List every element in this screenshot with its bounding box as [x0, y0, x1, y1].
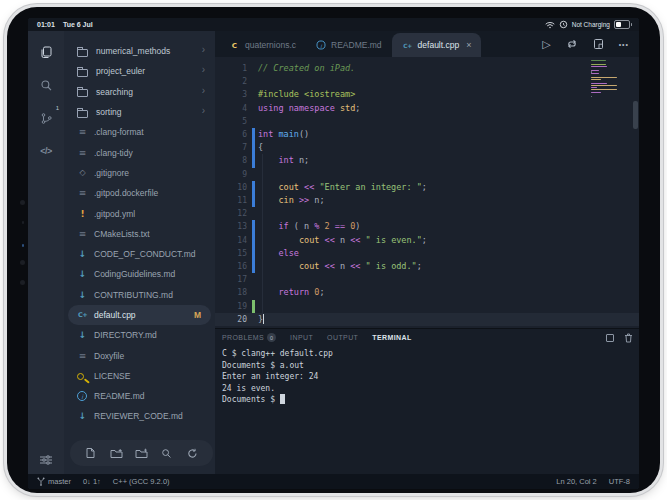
- maximize-panel-icon[interactable]: [606, 334, 614, 342]
- file-row[interactable]: !.gitpod.yml: [64, 203, 215, 223]
- file-row[interactable]: ↓DIRECTORY.md: [64, 325, 215, 345]
- minimap-line: [591, 96, 592, 97]
- list-icon: ≡: [77, 228, 88, 239]
- file-row[interactable]: project_euler›: [64, 61, 215, 81]
- line-number: 15: [215, 247, 247, 260]
- panel-tab-output[interactable]: OUTPUT: [327, 334, 358, 341]
- file-row[interactable]: ≡Doxyfile: [64, 345, 215, 365]
- minimap[interactable]: [589, 60, 625, 100]
- tab-README.md[interactable]: iREADME.md: [306, 33, 392, 57]
- file-row[interactable]: ◇.gitignore: [64, 163, 215, 183]
- search-icon[interactable]: [35, 74, 57, 96]
- file-name: Doxyfile: [94, 351, 124, 361]
- tab-label: quaternions.c: [245, 40, 296, 50]
- folder-icon: [77, 69, 88, 77]
- file-name: .gitignore: [94, 168, 129, 178]
- file-row[interactable]: ↓CODE_OF_CONDUCT.md: [64, 244, 215, 264]
- code-line: 10 cout << "Enter an integer: ";: [215, 181, 639, 194]
- minimap-line: [591, 60, 606, 61]
- battery-icon: [614, 20, 630, 29]
- terminal[interactable]: C $ clang++ default.cppDocuments $ a.out…: [222, 348, 635, 472]
- gutter-modified-indicator: [252, 194, 255, 207]
- panel-header: PROBLEMS0INPUTOUTPUTTERMINAL: [222, 329, 633, 346]
- tab-label: README.md: [331, 40, 382, 50]
- language-label: C++ (GCC 9.2.0): [113, 477, 170, 486]
- git-branch-item[interactable]: master: [37, 477, 71, 486]
- close-tab-icon[interactable]: ×: [466, 40, 471, 50]
- code-line: 15 else: [215, 247, 639, 260]
- cursor-position-item[interactable]: Ln 20, Col 2: [556, 477, 596, 486]
- new-folder-icon[interactable]: [108, 445, 124, 461]
- editor-scrollbar[interactable]: [633, 101, 638, 129]
- search-files-icon[interactable]: [159, 445, 175, 461]
- c-icon: C: [230, 40, 240, 50]
- minimap-line: [591, 92, 601, 93]
- file-name: project_euler: [96, 66, 145, 76]
- code-text: cout << n << " is even.";: [258, 234, 427, 247]
- code-text: using namespace std;: [258, 102, 360, 115]
- settings-sliders-icon[interactable]: [28, 454, 64, 466]
- rotation-lock-icon: [559, 20, 568, 29]
- code-text: cin >> n;: [258, 194, 325, 207]
- file-name: CODE_OF_CONDUCT.md: [94, 249, 196, 259]
- new-file-icon[interactable]: [83, 445, 99, 461]
- source-control-icon[interactable]: 1: [35, 107, 57, 129]
- encoding-item[interactable]: UTF-8: [609, 477, 630, 486]
- file-row[interactable]: ↓REVIEWER_CODE.md: [64, 406, 215, 426]
- file-row[interactable]: ≡.gitpod.dockerfile: [64, 183, 215, 203]
- file-name: .clang-tidy: [94, 148, 133, 158]
- sync-counts: 0↓ 1↑: [83, 477, 101, 486]
- code-runner-icon[interactable]: </>: [35, 140, 57, 162]
- line-number: 17: [215, 273, 247, 286]
- page: 01:01 Tue 6 Jul Not Charging: [0, 0, 667, 500]
- line-col-label: Ln 20, Col 2: [556, 477, 596, 486]
- file-row[interactable]: ≡.clang-format: [64, 122, 215, 142]
- tab-quaternions.c[interactable]: Cquaternions.c: [219, 33, 306, 57]
- more-actions-icon[interactable]: •••: [619, 41, 629, 48]
- minimap-line: [591, 87, 597, 88]
- editor-group: Cquaternions.ciREADME.mdC+default.cpp× ▷: [215, 31, 639, 474]
- file-row[interactable]: iREADME.md: [64, 386, 215, 406]
- panel-tab-input[interactable]: INPUT: [290, 334, 313, 341]
- terminal-line: C $ clang++ default.cpp: [222, 348, 635, 360]
- code-text: {: [258, 141, 263, 154]
- code-editor[interactable]: 1// Created on iPad.23#include <iostream…: [215, 57, 639, 328]
- run-icon[interactable]: ▷: [542, 38, 550, 51]
- file-row[interactable]: numerical_methods›: [64, 41, 215, 61]
- panel-tab-problems[interactable]: PROBLEMS0: [222, 333, 276, 342]
- code-line: 18 return 0;: [215, 286, 639, 299]
- split-editor-icon[interactable]: [593, 38, 604, 50]
- gutter-modified-indicator: [252, 260, 255, 273]
- scm-badge: 1: [56, 105, 59, 111]
- file-row[interactable]: ↓CodingGuidelines.md: [64, 264, 215, 284]
- diamond-icon: ◇: [77, 167, 88, 178]
- md-icon: ↓: [77, 269, 88, 280]
- sync-icon[interactable]: [566, 38, 578, 50]
- file-row[interactable]: ≡.clang-tidy: [64, 142, 215, 162]
- tab-default.cpp[interactable]: C+default.cpp×: [392, 33, 482, 57]
- panel-actions: [606, 333, 633, 343]
- file-name: .gitpod.yml: [94, 209, 135, 219]
- line-number: 10: [215, 181, 247, 194]
- file-row[interactable]: ↓CONTRIBUTING.md: [64, 285, 215, 305]
- panel-tab-terminal[interactable]: TERMINAL: [372, 334, 411, 341]
- code-line: 11 cin >> n;: [215, 194, 639, 207]
- refresh-icon[interactable]: [184, 445, 200, 461]
- file-list: numerical_methods›project_euler›searchin…: [64, 41, 215, 427]
- git-sync-item[interactable]: 0↓ 1↑: [83, 477, 101, 486]
- file-row[interactable]: ≡CMakeLists.txt: [64, 224, 215, 244]
- language-mode-item[interactable]: C++ (GCC 9.2.0): [113, 477, 170, 486]
- file-row[interactable]: sorting›: [64, 102, 215, 122]
- file-row[interactable]: C+default.cppM: [68, 305, 211, 325]
- explorer-icon[interactable]: [35, 41, 57, 63]
- code-line: 3#include <iostream>: [215, 88, 639, 101]
- file-row[interactable]: searching›: [64, 82, 215, 102]
- kill-terminal-icon[interactable]: [624, 333, 633, 343]
- code-app: 1 </> numerical_methods›project_euler›se…: [28, 31, 639, 489]
- tabs: Cquaternions.ciREADME.mdC+default.cpp×: [215, 31, 481, 57]
- code-line: 14 cout << n << " is even.";: [215, 234, 639, 247]
- panel-tabs: PROBLEMS0INPUTOUTPUTTERMINAL: [222, 333, 412, 342]
- upload-folder-icon[interactable]: [133, 445, 149, 461]
- file-row[interactable]: LICENSE: [64, 366, 215, 386]
- file-name: sorting: [96, 107, 122, 117]
